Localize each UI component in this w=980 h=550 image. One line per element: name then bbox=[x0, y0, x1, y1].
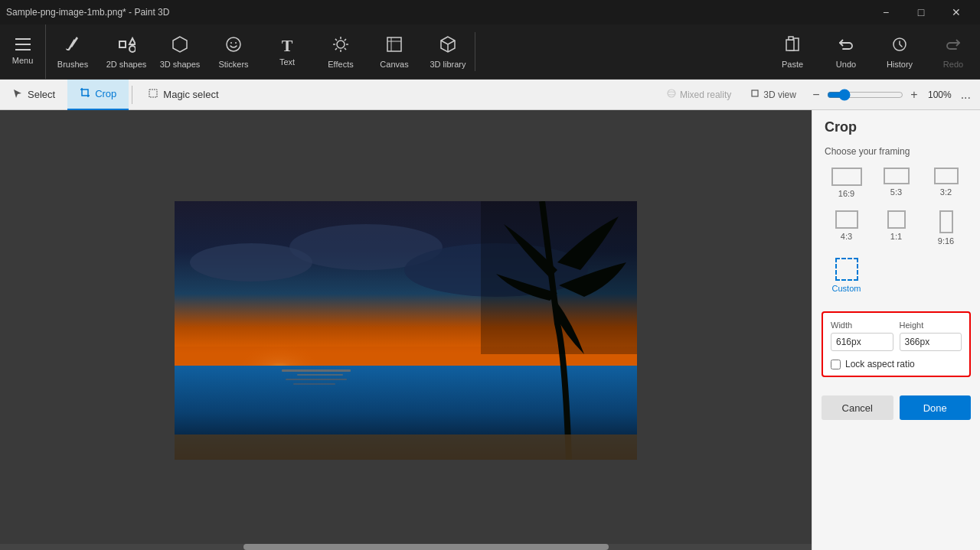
svg-point-8 bbox=[235, 42, 237, 44]
3d-view-label: 3D view bbox=[763, 89, 796, 100]
framing-1-1[interactable]: 1:1 bbox=[874, 207, 918, 249]
framing-label-9-16: 9:16 bbox=[938, 236, 954, 246]
close-button[interactable]: ✕ bbox=[939, 0, 974, 24]
text-icon: T bbox=[282, 37, 293, 54]
svg-rect-13 bbox=[789, 37, 793, 40]
3dlibrary-label: 3D library bbox=[430, 60, 466, 69]
3d-view-icon bbox=[750, 88, 760, 101]
3dshapes-label: 3D shapes bbox=[160, 60, 201, 69]
right-panel: Crop Choose your framing 16:9 5:3 3:2 4: bbox=[812, 110, 980, 550]
framing-9-16[interactable]: 9:16 bbox=[924, 207, 968, 249]
select-button[interactable]: Select bbox=[0, 80, 67, 110]
width-label: Width bbox=[831, 321, 893, 330]
maximize-button[interactable]: □ bbox=[903, 0, 939, 24]
toolbar-3dshapes[interactable]: 3D shapes bbox=[153, 24, 207, 79]
canvas-label: Canvas bbox=[380, 60, 408, 69]
toolbar-2dshapes[interactable]: 2D shapes bbox=[100, 24, 153, 79]
3dshapes-icon bbox=[171, 35, 189, 57]
toolbar-redo[interactable]: Redo bbox=[926, 29, 980, 75]
svg-rect-31 bbox=[481, 201, 637, 354]
2dshapes-label: 2D shapes bbox=[106, 60, 147, 69]
canvas-icon bbox=[385, 35, 403, 57]
framing-box-9-16 bbox=[939, 210, 953, 233]
framing-3-2[interactable]: 3:2 bbox=[924, 164, 968, 201]
toolbar-history[interactable]: History bbox=[873, 29, 926, 75]
framing-label-4-3: 4:3 bbox=[841, 232, 852, 241]
effects-icon bbox=[332, 35, 350, 57]
zoom-slider[interactable] bbox=[827, 89, 903, 101]
framing-5-3[interactable]: 5:3 bbox=[874, 164, 918, 201]
toolbar-right: Paste Undo History Redo bbox=[766, 24, 980, 79]
sub-toolbar-right: Mixed reality 3D view − + 100% ... bbox=[660, 85, 980, 104]
svg-point-9 bbox=[337, 41, 345, 48]
canvas-scrollbar[interactable] bbox=[0, 544, 812, 550]
undo-icon bbox=[837, 35, 855, 57]
toolbar-text[interactable]: T Text bbox=[260, 24, 314, 79]
height-input[interactable] bbox=[900, 333, 962, 351]
framing-box-custom bbox=[835, 258, 858, 281]
lock-aspect-checkbox[interactable] bbox=[831, 360, 841, 369]
svg-rect-15 bbox=[149, 89, 157, 97]
2dshapes-icon bbox=[117, 35, 136, 57]
svg-rect-28 bbox=[286, 379, 347, 380]
sub-toolbar-divider bbox=[132, 86, 132, 104]
svg-rect-30 bbox=[175, 434, 637, 460]
canvas-scrollbar-thumb[interactable] bbox=[243, 544, 609, 550]
toolbar-undo[interactable]: Undo bbox=[819, 29, 873, 75]
svg-marker-4 bbox=[129, 38, 136, 44]
select-label: Select bbox=[28, 89, 55, 100]
panel-title: Crop bbox=[812, 110, 980, 142]
toolbar-brushes[interactable]: Brushes bbox=[46, 24, 100, 79]
toolbar-paste[interactable]: Paste bbox=[766, 29, 819, 75]
toolbar-effects[interactable]: Effects bbox=[314, 24, 368, 79]
width-col: Width bbox=[831, 321, 893, 351]
framing-4-3[interactable]: 4:3 bbox=[825, 207, 868, 249]
framing-box-3-2 bbox=[934, 168, 959, 184]
width-input[interactable] bbox=[831, 333, 893, 351]
toolbar-canvas[interactable]: Canvas bbox=[368, 24, 421, 79]
stickers-icon bbox=[224, 35, 243, 57]
framing-16-9[interactable]: 16:9 bbox=[825, 164, 868, 201]
mixed-reality-label: Mixed reality bbox=[680, 89, 731, 100]
done-button[interactable]: Done bbox=[900, 395, 972, 420]
toolbar: Menu Brushes 2D shapes 3D shapes Sticker… bbox=[0, 24, 980, 80]
svg-point-16 bbox=[668, 89, 675, 97]
app-title: Sample-png-image-1mb.png* - Paint 3D bbox=[6, 7, 169, 18]
svg-rect-27 bbox=[297, 374, 343, 376]
framing-label-16-9: 16:9 bbox=[838, 189, 854, 198]
svg-rect-2 bbox=[15, 49, 31, 50]
framing-box-1-1 bbox=[887, 210, 906, 229]
svg-rect-0 bbox=[15, 38, 31, 40]
crop-button[interactable]: Crop bbox=[67, 80, 129, 110]
menu-label: Menu bbox=[12, 56, 34, 65]
framing-custom[interactable]: Custom bbox=[825, 255, 868, 296]
zoom-more-button[interactable]: ... bbox=[958, 88, 974, 102]
zoom-in-button[interactable]: + bbox=[906, 87, 922, 103]
svg-point-6 bbox=[227, 37, 240, 51]
toolbar-3dlibrary[interactable]: 3D library bbox=[421, 24, 475, 79]
magic-select-button[interactable]: Magic select bbox=[136, 80, 230, 110]
crop-label: Crop bbox=[95, 88, 116, 99]
toolbar-stickers[interactable]: Stickers bbox=[207, 24, 260, 79]
lock-row: Lock aspect ratio bbox=[831, 357, 962, 371]
mixed-reality-button[interactable]: Mixed reality bbox=[660, 85, 737, 104]
history-label: History bbox=[887, 60, 913, 69]
3d-view-button[interactable]: 3D view bbox=[743, 85, 802, 104]
framing-label-custom: Custom bbox=[832, 284, 861, 293]
select-cursor-icon bbox=[12, 88, 23, 101]
undo-label: Undo bbox=[836, 60, 856, 69]
canvas-image bbox=[175, 201, 637, 460]
svg-rect-26 bbox=[282, 369, 351, 372]
3dlibrary-icon bbox=[439, 35, 457, 57]
menu-button[interactable]: Menu bbox=[0, 24, 46, 79]
minimize-button[interactable]: − bbox=[868, 0, 903, 24]
cancel-button[interactable]: Cancel bbox=[822, 395, 893, 420]
mixed-reality-icon bbox=[666, 88, 677, 101]
magic-select-icon bbox=[148, 88, 158, 101]
brushes-label: Brushes bbox=[57, 60, 88, 69]
title-bar: Sample-png-image-1mb.png* - Paint 3D − □… bbox=[0, 0, 980, 24]
zoom-percent: 100% bbox=[925, 89, 955, 100]
svg-rect-10 bbox=[387, 37, 401, 51]
zoom-out-button[interactable]: − bbox=[808, 87, 824, 103]
dimension-section: Width Height Lock aspect ratio bbox=[822, 311, 971, 377]
